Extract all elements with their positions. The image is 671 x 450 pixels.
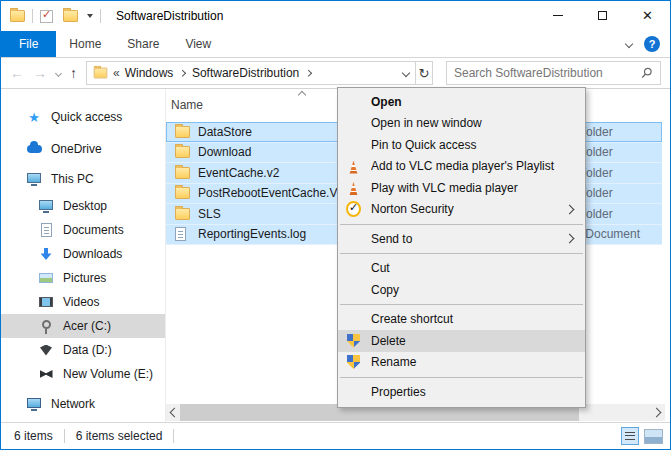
sidebar-item-documents[interactable]: Documents <box>1 218 165 242</box>
ribbon-tabs: File ? HomeShareView <box>1 31 670 58</box>
divider <box>64 429 65 443</box>
menu-item-label: Open <box>371 95 402 109</box>
sidebar-item-data-d[interactable]: Data (D:) <box>1 338 165 362</box>
sidebar-item-quick-access[interactable]: ★Quick access <box>1 105 165 129</box>
back-button[interactable]: ← <box>10 66 24 80</box>
divider <box>100 9 101 23</box>
sidebar-item-label: Pictures <box>63 271 106 285</box>
file-name: ReportingEvents.log <box>198 227 306 241</box>
divider <box>32 9 33 23</box>
sidebar-item-pictures[interactable]: Pictures <box>1 266 165 290</box>
menu-separator <box>340 253 583 254</box>
selection-count: 6 items selected <box>76 429 163 443</box>
sidebar-item-videos[interactable]: Videos <box>1 290 165 314</box>
scroll-left-icon[interactable] <box>170 408 180 418</box>
breadcrumb-windows[interactable]: Windows <box>125 66 174 80</box>
menu-item-label: Delete <box>371 334 406 348</box>
up-button[interactable]: ↑ <box>70 66 77 80</box>
context-menu-item-delete[interactable]: Delete <box>338 330 585 352</box>
crumb-overflow[interactable]: « <box>113 66 120 80</box>
search-icon[interactable] <box>641 67 653 79</box>
details-view-button[interactable] <box>621 427 639 445</box>
quick-access-icon: ★ <box>26 111 42 124</box>
qat-properties-icon[interactable] <box>40 10 53 23</box>
address-dropdown-chevron-icon[interactable] <box>402 69 410 77</box>
help-icon[interactable]: ? <box>644 36 660 52</box>
sidebar-item-label: Quick access <box>51 110 122 124</box>
sidebar-item-label: Documents <box>63 223 124 237</box>
sidebar-item-acer-c[interactable]: Acer (C:) <box>1 314 165 338</box>
breadcrumb-chevron-icon[interactable] <box>179 70 185 76</box>
vlc-icon <box>346 181 361 196</box>
column-header-label: Name <box>171 98 203 112</box>
breadcrumb-softwaredistribution[interactable]: SoftwareDistribution <box>192 66 299 80</box>
context-menu-item-properties[interactable]: Properties <box>338 381 585 403</box>
sidebar-item-onedrive[interactable]: OneDrive <box>1 137 165 161</box>
tab-share[interactable]: Share <box>114 31 172 57</box>
tab-file[interactable]: File <box>1 31 56 57</box>
desktop-icon <box>38 203 54 210</box>
context-menu-item-copy[interactable]: Copy <box>338 279 585 301</box>
pictures-icon <box>38 273 54 283</box>
context-menu-item-open[interactable]: Open <box>338 91 585 113</box>
onedrive-icon <box>26 145 42 153</box>
menu-item-label: Add to VLC media player's Playlist <box>371 159 554 173</box>
qat-customize-caret-icon[interactable] <box>87 14 93 18</box>
file-name: SLS <box>198 207 221 221</box>
context-menu-item-norton-security[interactable]: Norton Security <box>338 199 585 221</box>
context-menu-item-create-shortcut[interactable]: Create shortcut <box>338 309 585 331</box>
context-menu-item-pin-to-quick-access[interactable]: Pin to Quick access <box>338 134 585 156</box>
divider <box>173 429 174 443</box>
qat-new-folder-icon[interactable] <box>63 10 78 22</box>
drive-e-icon <box>38 370 54 378</box>
context-menu-item-cut[interactable]: Cut <box>338 258 585 280</box>
context-menu-item-send-to[interactable]: Send to <box>338 228 585 250</box>
folder-icon <box>175 167 192 179</box>
menu-separator <box>340 304 583 305</box>
uac-shield-icon <box>346 355 361 370</box>
explorer-window: SoftwareDistribution ✕ File ? HomeShareV… <box>0 0 671 450</box>
large-icons-view-button[interactable] <box>644 429 663 444</box>
sidebar-item-label: Data (D:) <box>63 343 112 357</box>
folder-icon <box>175 187 192 199</box>
context-menu-item-play-with-vlc-media-player[interactable]: Play with VLC media player <box>338 177 585 199</box>
items-count: 6 items <box>14 429 53 443</box>
sidebar-item-desktop[interactable]: Desktop <box>1 194 165 218</box>
refresh-button[interactable]: ↻ <box>416 61 433 85</box>
context-menu-item-open-in-new-window[interactable]: Open in new window <box>338 113 585 135</box>
context-menu-item-add-to-vlc-media-player-s-playlist[interactable]: Add to VLC media player's Playlist <box>338 156 585 178</box>
minimize-button[interactable] <box>535 1 580 30</box>
sidebar-item-this-pc[interactable]: This PC <box>1 167 165 191</box>
sidebar-item-label: OneDrive <box>51 142 102 156</box>
documents-icon <box>38 223 54 237</box>
forward-button[interactable]: → <box>33 66 47 80</box>
maximize-button[interactable] <box>580 1 625 30</box>
ribbon-expand-chevron-icon[interactable] <box>625 40 633 48</box>
tab-home[interactable]: Home <box>56 31 114 57</box>
scroll-right-icon[interactable] <box>652 408 662 418</box>
close-button[interactable]: ✕ <box>625 1 670 30</box>
sidebar-item-label: Downloads <box>63 247 122 261</box>
sidebar-item-new-volume-e[interactable]: New Volume (E:) <box>1 362 165 386</box>
file-name: EventCache.v2 <box>198 166 279 180</box>
menu-item-label: Play with VLC media player <box>371 181 518 195</box>
sidebar-item-network[interactable]: Network <box>1 392 165 416</box>
sidebar-item-label: Videos <box>63 295 99 309</box>
network-icon <box>26 401 42 408</box>
menu-separator <box>340 377 583 378</box>
file-name: Download <box>198 145 251 159</box>
norton-icon <box>346 202 361 217</box>
tab-view[interactable]: View <box>172 31 224 57</box>
drive-c-icon <box>38 324 54 329</box>
recent-locations-chevron-icon[interactable] <box>55 69 62 76</box>
sidebar-item-downloads[interactable]: Downloads <box>1 242 165 266</box>
address-box[interactable]: « Windows SoftwareDistribution <box>86 61 416 85</box>
maximize-icon <box>598 11 607 20</box>
submenu-arrow-icon <box>565 234 575 244</box>
close-icon: ✕ <box>642 9 653 22</box>
breadcrumb-chevron-icon[interactable] <box>305 70 311 76</box>
sidebar-item-label: Network <box>51 397 95 411</box>
context-menu-item-rename[interactable]: Rename <box>338 352 585 374</box>
status-bar: 6 items 6 items selected <box>1 422 670 449</box>
search-input[interactable] <box>454 66 641 80</box>
